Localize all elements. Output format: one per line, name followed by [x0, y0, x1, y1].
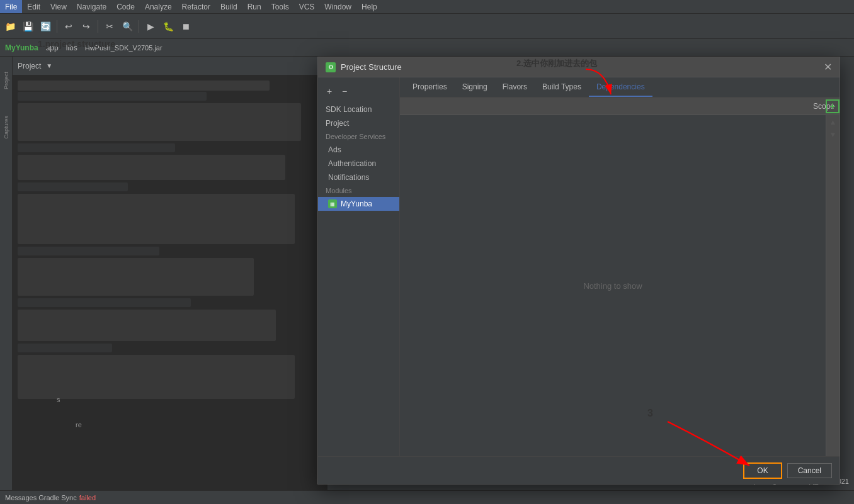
toolbar-separator-2	[98, 20, 98, 33]
menu-edit[interactable]: Edit	[22, 0, 45, 13]
code-snippet2: s	[57, 396, 60, 403]
dialog-content: Properties Signing Flavors Build Types D…	[400, 77, 840, 456]
project-tree-toolbar: Project ▼	[13, 57, 327, 76]
nothing-to-show-label: Nothing to show	[583, 281, 642, 291]
menu-tools[interactable]: Tools	[266, 0, 294, 13]
tab-flavors[interactable]: Flavors	[495, 77, 535, 97]
code-editor-area: re s	[13, 76, 327, 504]
project-name: MyYunba	[5, 43, 38, 52]
sidebar-item-project-label: Project	[326, 119, 349, 128]
sidebar-item-myyunba[interactable]: ▦ MyYunba	[318, 197, 399, 211]
code-line	[18, 247, 159, 255]
deps-scope-col: Scope	[771, 102, 834, 111]
dialog-title: ⚙ Project Structure	[326, 62, 402, 72]
menu-navigate[interactable]: Navigate	[72, 0, 111, 13]
code-line	[18, 81, 270, 91]
toolbar-sync-btn[interactable]: 🔄	[38, 19, 53, 34]
dialog-title-icon: ⚙	[326, 62, 336, 72]
project-structure-dialog: ⚙ Project Structure ✕ + − SDK Location P…	[317, 57, 840, 484]
status-result: failed	[79, 494, 96, 501]
code-block	[18, 103, 301, 141]
menu-help[interactable]: Help	[356, 0, 382, 13]
menu-view[interactable]: View	[45, 0, 72, 13]
sidebar-item-sdk-label: SDK Location	[326, 105, 372, 114]
code-block	[18, 310, 276, 341]
tab-properties[interactable]: Properties	[405, 77, 455, 97]
captures-label: Captures	[3, 116, 9, 139]
toolbar-debug-btn[interactable]: 🐛	[161, 19, 176, 34]
sidebar-ads-label: Ads	[328, 145, 341, 154]
sidebar-item-notifications[interactable]: Notifications	[318, 171, 399, 184]
sidebar-add-btn[interactable]: +	[323, 85, 336, 98]
menu-analyze[interactable]: Analyze	[140, 0, 177, 13]
status-bar: Messages Gradle Sync failed	[0, 490, 854, 504]
modules-label: Modules	[326, 187, 352, 194]
move-up-button[interactable]: ▲	[828, 116, 839, 128]
menu-vcs[interactable]: VCS	[294, 0, 320, 13]
toolbar-stop-btn[interactable]: ⏹	[178, 19, 193, 34]
dialog-title-bar: ⚙ Project Structure ✕	[318, 57, 840, 77]
menu-refactor[interactable]: Refactor	[177, 0, 215, 13]
add-dependency-button[interactable]: +	[826, 99, 840, 113]
menu-build[interactable]: Build	[215, 0, 242, 13]
toolbar-redo-btn[interactable]: ↪	[79, 19, 94, 34]
toolbar-separator-3	[139, 20, 139, 33]
sidebar-toolbar: + −	[318, 82, 399, 100]
cancel-button[interactable]: Cancel	[787, 463, 832, 478]
dialog-footer: OK Cancel	[318, 456, 840, 484]
tab-libs[interactable]: libs	[66, 43, 77, 52]
code-line	[18, 143, 175, 152]
project-tree-dropdown[interactable]: ▼	[46, 62, 52, 69]
code-line	[18, 182, 128, 191]
tab-dependencies[interactable]: Dependencies	[589, 77, 652, 97]
code-block	[18, 258, 254, 296]
developer-services-label: Developer Services	[326, 133, 385, 140]
ok-button[interactable]: OK	[743, 462, 782, 479]
tab-app[interactable]: app	[46, 43, 59, 52]
dialog-sidebar: + − SDK Location Project Developer Servi…	[318, 77, 400, 456]
code-line	[18, 298, 191, 307]
tab-build-types[interactable]: Build Types	[535, 77, 589, 97]
main-toolbar: 📁 💾 🔄 ↩ ↪ ✂ 🔍 ▶ 🐛 ⏹	[0, 14, 854, 39]
dependencies-area: Scope + ▲ ▼ Nothing to show	[400, 98, 840, 456]
toolbar-undo-btn[interactable]: ↩	[61, 19, 76, 34]
deps-side-toolbar: ▲ ▼	[826, 115, 840, 456]
sidebar-myyunba-label: MyYunba	[341, 199, 372, 208]
sidebar-item-sdk-location[interactable]: SDK Location	[318, 103, 399, 116]
code-block	[18, 155, 285, 180]
project-label: Project	[3, 72, 9, 89]
sidebar-item-project[interactable]: Project	[318, 116, 399, 130]
myyunba-module-icon: ▦	[328, 199, 337, 208]
tab-hwpush[interactable]: HwPush_SDK_V2705.jar	[85, 44, 162, 52]
sidebar-category-modules: Modules	[318, 184, 399, 197]
toolbar-new-btn[interactable]: 📁	[3, 19, 18, 34]
sidebar-authentication-label: Authentication	[328, 159, 376, 168]
toolbar-cut-btn[interactable]: ✂	[102, 19, 117, 34]
sidebar-remove-btn[interactable]: −	[338, 85, 351, 98]
side-strip: Project Captures	[0, 57, 13, 490]
code-block	[18, 355, 295, 399]
sidebar-category-developer-services: Developer Services	[318, 130, 399, 143]
deps-table-header: Scope +	[400, 98, 840, 115]
menu-run[interactable]: Run	[242, 0, 266, 13]
code-snippet: re	[76, 421, 82, 428]
project-bar: MyYunba app libs HwPush_SDK_V2705.jar	[0, 39, 854, 57]
toolbar-separator-1	[57, 20, 57, 33]
sidebar-item-authentication[interactable]: Authentication	[318, 157, 399, 171]
dialog-close-button[interactable]: ✕	[824, 61, 832, 73]
dialog-tabs: Properties Signing Flavors Build Types D…	[400, 77, 840, 98]
toolbar-run-btn[interactable]: ▶	[143, 19, 158, 34]
menu-window[interactable]: Window	[319, 0, 356, 13]
sidebar-notifications-label: Notifications	[328, 173, 369, 182]
menu-code[interactable]: Code	[111, 0, 140, 13]
tab-signing[interactable]: Signing	[455, 77, 495, 97]
toolbar-search-btn[interactable]: 🔍	[120, 19, 135, 34]
menu-file[interactable]: File	[0, 0, 22, 13]
dialog-body: + − SDK Location Project Developer Servi…	[318, 77, 840, 456]
toolbar-save-btn[interactable]: 💾	[20, 19, 35, 34]
menu-bar: File Edit View Navigate Code Analyze Ref…	[0, 0, 854, 14]
dialog-title-text: Project Structure	[341, 62, 402, 72]
sidebar-item-ads[interactable]: Ads	[318, 143, 399, 157]
move-down-button[interactable]: ▼	[828, 129, 839, 140]
code-block	[18, 194, 295, 244]
